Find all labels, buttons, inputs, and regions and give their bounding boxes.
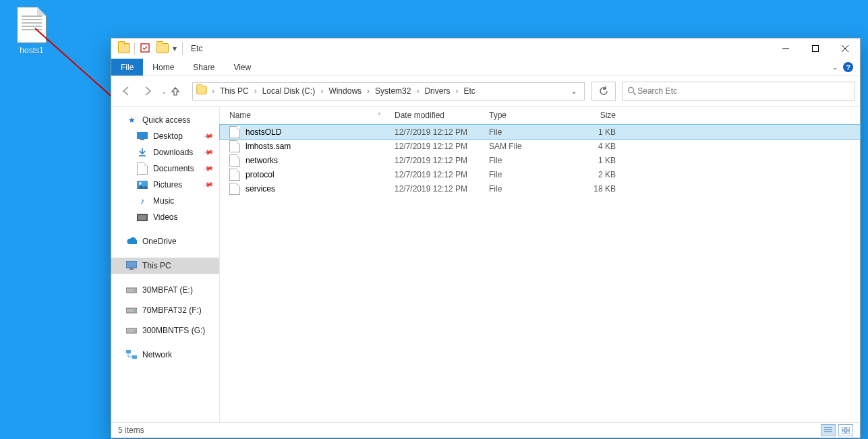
file-type: SAM File (489, 142, 567, 151)
tab-view[interactable]: View (224, 59, 260, 76)
file-name: protocol (245, 170, 274, 179)
search-box[interactable] (623, 82, 855, 101)
chevron-right-icon[interactable]: › (366, 86, 371, 96)
view-large-icons-button[interactable] (838, 424, 853, 436)
qat-dropdown-icon[interactable]: ▾ (170, 44, 179, 53)
window-title: Etc (191, 44, 202, 53)
column-size[interactable]: Size (567, 111, 623, 120)
properties-icon[interactable] (140, 43, 151, 54)
file-row[interactable]: protocol12/7/2019 12:12 PMFile2 KB (220, 167, 860, 181)
forward-button[interactable] (138, 83, 157, 99)
file-name: lmhosts.sam (245, 142, 291, 151)
nav-label: Quick access (142, 115, 190, 125)
breadcrumb-windows[interactable]: Windows (324, 83, 366, 100)
help-icon[interactable]: ? (843, 62, 853, 72)
svg-rect-24 (132, 355, 137, 359)
separator (182, 42, 183, 55)
nav-desktop[interactable]: Desktop 📌 (111, 128, 219, 144)
file-size: 18 KB (567, 184, 623, 194)
desktop-file-icon[interactable]: hosts1 (7, 7, 57, 55)
file-type: File (489, 156, 567, 165)
nav-label: This PC (142, 261, 171, 270)
chevron-right-icon[interactable]: › (319, 86, 324, 96)
address-bar[interactable]: › This PC › Local Disk (C:) › Windows › … (192, 82, 585, 100)
status-item-count: 5 items (118, 426, 144, 435)
file-type: File (489, 184, 567, 194)
titlebar: ▾ Etc (111, 38, 860, 59)
back-button[interactable] (117, 83, 136, 99)
cloud-icon (126, 236, 137, 247)
file-name: services (245, 184, 275, 194)
pictures-icon (137, 179, 148, 190)
column-name[interactable]: Name ˄ (229, 111, 395, 120)
column-date[interactable]: Date modified (395, 111, 489, 120)
chevron-right-icon[interactable]: › (415, 86, 420, 96)
nav-label: Documents (153, 164, 194, 173)
up-button[interactable] (171, 86, 185, 96)
breadcrumb-local-disk[interactable]: Local Disk (C:) (258, 83, 320, 100)
pin-icon: 📌 (203, 147, 214, 158)
refresh-button[interactable] (591, 82, 616, 101)
view-details-button[interactable] (821, 424, 836, 436)
nav-downloads[interactable]: Downloads 📌 (111, 144, 219, 160)
nav-label: Desktop (153, 131, 183, 141)
chevron-right-icon[interactable]: › (210, 86, 216, 96)
ribbon-collapse-icon[interactable]: ⌄ (832, 63, 838, 71)
file-date: 12/7/2019 12:12 PM (395, 142, 489, 151)
drive-icon (126, 305, 137, 316)
close-button[interactable] (830, 38, 860, 59)
file-row[interactable]: hostsOLD12/7/2019 12:12 PMFile1 KB (220, 125, 860, 139)
breadcrumb-drivers[interactable]: Drivers (420, 83, 454, 100)
nav-drive-g[interactable]: 300MBNTFS (G:) (111, 322, 219, 339)
nav-network[interactable]: Network (111, 347, 219, 363)
file-size: 2 KB (567, 170, 623, 179)
nav-pictures[interactable]: Pictures 📌 (111, 177, 219, 193)
nav-documents[interactable]: Documents 📌 (111, 160, 219, 177)
file-row[interactable]: networks12/7/2019 12:12 PMFile1 KB (220, 153, 860, 167)
breadcrumb-this-pc[interactable]: This PC (216, 83, 253, 100)
tab-home[interactable]: Home (143, 59, 183, 76)
svg-rect-8 (137, 132, 148, 139)
file-explorer-window: ▾ Etc File Home Share View ⌄ ? ⌄ (111, 38, 861, 438)
breadcrumb-etc[interactable]: Etc (459, 83, 479, 100)
svg-rect-3 (813, 46, 819, 52)
pin-icon: 📌 (203, 179, 214, 190)
svg-point-6 (629, 88, 634, 93)
pin-icon: 📌 (203, 131, 214, 142)
new-folder-icon[interactable] (156, 43, 167, 54)
nav-label: 70MBFAT32 (F:) (142, 305, 202, 315)
nav-quick-access[interactable]: ★ Quick access (111, 112, 219, 128)
history-dropdown-icon[interactable]: ⌄ (160, 88, 168, 95)
file-size: 1 KB (567, 127, 623, 137)
minimize-button[interactable] (771, 38, 801, 59)
svg-rect-16 (129, 268, 134, 270)
drive-icon (126, 285, 137, 295)
file-type: File (489, 170, 567, 179)
address-dropdown-icon[interactable]: ⌄ (567, 86, 581, 96)
file-row[interactable]: services12/7/2019 12:12 PMFile18 KB (220, 181, 860, 196)
file-row[interactable]: lmhosts.sam12/7/2019 12:12 PMSAM File4 K… (220, 139, 860, 153)
nav-music[interactable]: ♪ Music (111, 193, 219, 209)
navigation-bar: ⌄ › This PC › Local Disk (C:) › Windows … (111, 76, 860, 107)
column-type[interactable]: Type (489, 111, 567, 120)
search-input[interactable] (636, 86, 850, 96)
star-icon: ★ (126, 115, 137, 125)
nav-onedrive[interactable]: OneDrive (111, 233, 219, 250)
maximize-button[interactable] (801, 38, 830, 59)
desktop-icon (137, 131, 148, 142)
nav-label: Network (142, 350, 172, 359)
chevron-right-icon[interactable]: › (253, 86, 258, 96)
svg-rect-31 (846, 431, 850, 434)
nav-videos[interactable]: Videos (111, 209, 219, 225)
nav-drive-e[interactable]: 30MBFAT (E:) (111, 282, 219, 298)
column-headers: Name ˄ Date modified Type Size (220, 107, 860, 125)
chevron-right-icon[interactable]: › (454, 86, 459, 96)
nav-label: Videos (153, 212, 177, 222)
downloads-icon (137, 147, 148, 158)
tab-share[interactable]: Share (183, 59, 224, 76)
breadcrumb-system32[interactable]: System32 (371, 83, 415, 100)
videos-icon (137, 212, 148, 223)
nav-this-pc[interactable]: This PC (111, 258, 219, 274)
nav-drive-f[interactable]: 70MBFAT32 (F:) (111, 302, 219, 318)
tab-file[interactable]: File (111, 59, 143, 76)
